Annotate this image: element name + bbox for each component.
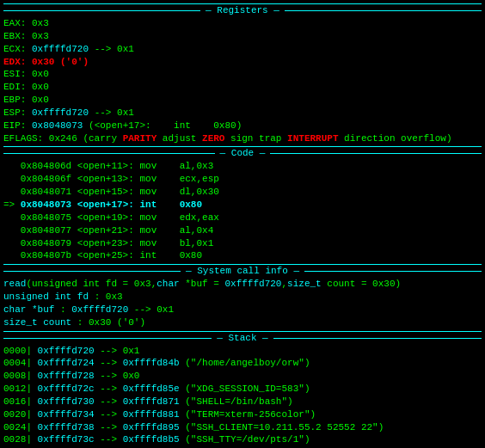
- stack-row-1: 0004| 0xffffd724 --> 0xffffd84b ("/home/…: [3, 357, 482, 370]
- stack-header: — Stack —: [3, 331, 482, 344]
- reg-eax: EAX: 0x3: [3, 17, 482, 30]
- stack-row-2: 0008| 0xffffd728 --> 0x0: [3, 370, 482, 383]
- main-container: — Registers — EAX: 0x3 EBX: 0x3 ECX: 0xf…: [0, 0, 485, 448]
- registers-section: — Registers — EAX: 0x3 EBX: 0x3 ECX: 0xf…: [3, 3, 482, 144]
- stack-row-6: 0024| 0xffffd738 --> 0xffffd895 ("SSH_CL…: [3, 421, 482, 434]
- stack-title: — Stack —: [212, 333, 273, 343]
- reg-edx: EDX: 0x30 ('0'): [3, 56, 482, 69]
- stack-row-4: 0016| 0xffffd730 --> 0xffffd871 ("SHELL=…: [3, 396, 482, 408]
- syscall-line-1: read(unsigned int fd = 0x3,char *buf = 0…: [3, 278, 482, 291]
- reg-edi: EDI: 0x0: [3, 81, 482, 94]
- stack-section: — Stack — 0000| 0xffffd720 --> 0x1 0004|…: [3, 331, 482, 447]
- stack-row-5: 0020| 0xffffd734 --> 0xffffd881 ("TERM=x…: [3, 408, 482, 421]
- code-header: — Code —: [3, 146, 482, 159]
- code-line-7: 0x8048079 <open+23>: mov bl,0x1: [3, 237, 482, 250]
- syscall-title: — System call info —: [181, 266, 304, 276]
- stack-row-7: 0028| 0xffffd73c --> 0xffffd8b5 ("SSH_TT…: [3, 433, 482, 446]
- reg-ebx: EBX: 0x3: [3, 30, 482, 43]
- reg-ecx: ECX: 0xffffd720 --> 0x1: [3, 43, 482, 56]
- code-line-6: 0x8048077 <open+21>: mov al,0x4: [3, 224, 482, 237]
- code-line-8: 0x804807b <open+25>: int 0x80: [3, 249, 482, 262]
- syscall-line-4: size_t count : 0x30 ('0'): [3, 316, 482, 329]
- registers-title: — Registers —: [200, 5, 285, 15]
- code-line-5: 0x8048075 <open+19>: mov edx,eax: [3, 212, 482, 224]
- code-line-1: 0x804806d <open+11>: mov al,0x3: [3, 160, 482, 173]
- reg-ebp: EBP: 0x0: [3, 94, 482, 107]
- reg-eflags: EFLAGS: 0x246 (carry PARITY adjust ZERO …: [3, 132, 482, 145]
- stack-row-3: 0012| 0xffffd72c --> 0xffffd85e ("XDG_SE…: [3, 383, 482, 396]
- reg-esp: ESP: 0xffffd720 --> 0x1: [3, 107, 482, 120]
- code-line-4-arrow: => 0x8048073 <open+17>: int 0x80: [3, 199, 482, 212]
- syscall-line-2: unsigned int fd : 0x3: [3, 291, 482, 304]
- reg-esi: ESI: 0x0: [3, 68, 482, 81]
- syscall-line-3: char *buf : 0xffffd720 --> 0x1: [3, 304, 482, 316]
- stack-row-0: 0000| 0xffffd720 --> 0x1: [3, 345, 482, 358]
- reg-eip: EIP: 0x8048073 (<open+17>: int 0x80): [3, 120, 482, 132]
- code-line-2: 0x804806f <open+13>: mov ecx,esp: [3, 173, 482, 186]
- registers-header: — Registers —: [3, 3, 482, 16]
- syscall-header: — System call info —: [3, 264, 482, 277]
- code-section: — Code — 0x804806d <open+11>: mov al,0x3…: [3, 146, 482, 262]
- syscall-section: — System call info — read(unsigned int f…: [3, 264, 482, 328]
- code-title: — Code —: [215, 148, 271, 158]
- code-line-3: 0x8048071 <open+15>: mov dl,0x30: [3, 186, 482, 199]
